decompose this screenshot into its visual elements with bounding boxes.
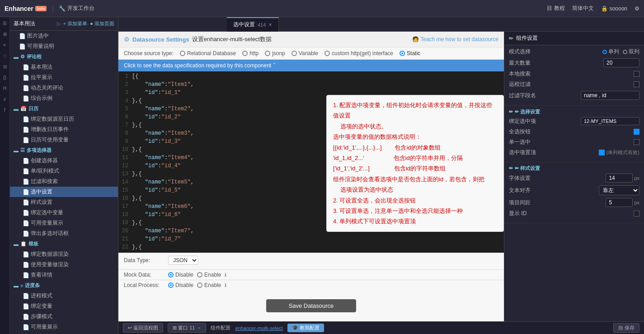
sidebar-item-edit-cal[interactable]: 📄 增删改日历事件 [10,124,118,135]
sidebar-item-combined[interactable]: 📄 综合示例 [10,93,118,103]
pencil-icon2: ✏ [509,165,513,171]
windows-btn[interactable]: ⊞ 窗口 11 → [168,323,206,333]
sidebar-item-step[interactable]: 📄 步骤模式 [10,311,118,322]
local-process-label: Local Process: [124,282,165,288]
sidebar-item-var-render[interactable]: 📄 使用变量做渲染 [10,259,118,270]
sidebar-item-process[interactable]: 📄 进程模式 [10,291,118,301]
sidebar-expand-icon[interactable]: ▷ [57,21,61,27]
sidebar-section-progress[interactable]: ▬ ≡ 进度条 [10,280,118,291]
file-icon: 📄 [23,303,29,310]
main-tab[interactable]: 选中设置 414 ✕ [227,17,279,32]
user-btn[interactable]: 🔒 soooon [601,5,627,12]
sidebar-item-col-mode[interactable]: 📄 单/双列模式 [10,166,118,176]
font-input[interactable] [606,174,633,183]
tab-close-icon[interactable]: ✕ [268,22,272,27]
bind-selected-input[interactable] [581,117,639,125]
back-to-flowchart-btn[interactable]: ↩ 返回流程图 [123,323,163,333]
list-icon[interactable]: ≡ [1,41,9,49]
local-help-icon[interactable]: ℹ [225,282,226,288]
select-all-checkbox[interactable] [634,129,639,135]
file-icon: 📄 [23,210,29,216]
sidebar-item-flat[interactable]: 📄 拉平展示 [10,72,118,83]
sidebar-section-review[interactable]: ▬ ⚙ 评论程 [10,52,118,62]
align-select[interactable]: 靠左 居中 靠右 [599,185,639,195]
sidebar-item-popup[interactable]: 📄 弹出多选对话框 [10,228,118,239]
save-datasource-button[interactable]: Save Datasource [266,299,357,312]
local-search-label: 本地搜索 [509,70,531,78]
file-icon: 📄 [23,272,29,278]
add-menu-btn[interactable]: + 添加菜单 [63,20,87,27]
expand-icon[interactable]: ⊞ [1,30,9,38]
sidebar-item-basic[interactable]: 📄 基本用法 [10,62,118,72]
sidebar-item-usage[interactable]: 📄 可用量说明 [10,41,118,52]
mock-data-label: Mock Data: [124,272,165,278]
align-label: 文本对齐 [509,187,531,194]
radio-custom[interactable]: custom http(get) interface [324,50,393,56]
show-id-checkbox[interactable] [634,211,639,216]
sidebar-item-avail-var[interactable]: 📄 可用变量展示 [10,218,118,228]
workspace-btn[interactable]: 🔧 开发工作台 [59,5,94,12]
sidebar-item-select-settings[interactable]: 📄 选中设置 [10,187,118,197]
lang-btn[interactable]: 简体中文 [572,5,594,12]
tree-icon[interactable]: ⊟ [1,62,9,71]
sidebar-section-template[interactable]: ▬ 📋 模板 [10,239,118,249]
item-gap-input[interactable] [606,198,633,207]
local-search-checkbox[interactable] [634,71,639,77]
sidebar-section-multiselect[interactable]: ▬ ☰ 多项选择器 [10,145,118,155]
data-type-select[interactable]: JSON [168,256,198,265]
component-link[interactable]: enhancer-multi-select [235,325,282,331]
section-icon: ≡ [20,283,23,288]
radio-circle-static [400,51,405,56]
sidebar-item-cal-var[interactable]: 📄 日历可使用变量 [10,135,118,145]
rp-header-title: 组件设置 [516,34,538,42]
ds-title: Datasource Settings [132,36,189,43]
http-icon[interactable]: H [1,84,9,92]
top-selected-checkbox[interactable] [599,150,605,155]
code-icon[interactable]: {} [1,73,9,81]
settings-icon-btn[interactable]: ⚙ [635,5,639,12]
save-right-btn[interactable]: 自 保存 [613,323,639,333]
sidebar-item-img[interactable]: 📄 图片选中 [10,31,118,41]
local-enable-radio[interactable]: Enable [197,282,221,288]
filter-field-label: 过滤字段名 [509,92,536,99]
sidebar-item-detail[interactable]: 📄 查看详情 [10,270,118,280]
info-banner[interactable]: Click to see the data specification requ… [118,60,504,71]
sidebar-section-calendar[interactable]: ▬ 📅 日历 [10,103,118,114]
radio-label-http: http [249,50,259,56]
radio-variable[interactable]: Variable [291,50,318,56]
mock-enable-radio[interactable]: Enable [197,272,221,278]
mock-help-icon[interactable]: ℹ [225,272,226,278]
radio-http[interactable]: http [242,50,259,56]
radio-static[interactable]: Static [400,50,420,56]
mode-double-radio[interactable]: 双列 [623,48,639,56]
sidebar-item-filter[interactable]: 📄 过滤和搜索 [10,176,118,187]
sidebar-item-avail-show[interactable]: 📄 可用量展示 [10,322,118,332]
tutorial-btn[interactable]: 目 教程 [547,5,564,12]
sidebar-item-bind-ds[interactable]: 📄 绑定数据源渲染 [10,249,118,259]
single-select-checkbox[interactable] [634,139,639,145]
teach-me-btn[interactable]: 🧑 Teach me how to set datasource [412,36,498,42]
radio-jsonp[interactable]: jsonp [265,50,285,56]
sidebar-section-richtext[interactable]: ▬ T 富文本 [10,332,118,334]
sidebar-item-create[interactable]: 📄 创建选择器 [10,155,118,166]
max-input[interactable] [603,58,639,67]
sidebar-toggle-icon[interactable]: ☰ [1,19,9,27]
local-disable-radio[interactable]: Disable [168,282,193,288]
style-settings-label: ✏ 样式设置 [515,165,540,172]
mock-disable-radio[interactable]: Disable [168,272,193,278]
box-icon[interactable]: □ [1,52,9,60]
sidebar-item-dynamic[interactable]: 📄 动态关闭评论 [10,83,118,93]
add-page-btn[interactable]: ● 添加页面 [90,20,114,27]
sidebar-item-bind-var[interactable]: 📄 绑定选中变量 [10,207,118,218]
var-icon[interactable]: x [1,95,9,103]
sidebar-item-label: 步骤模式 [31,313,52,320]
sidebar-item-bind-var2[interactable]: 📄 绑定变量 [10,301,118,311]
sidebar-item-bind-cal[interactable]: 📄 绑定数据源至日历 [10,114,118,124]
sidebar-item-style[interactable]: 📄 样式设置 [10,197,118,207]
remote-filter-checkbox[interactable] [634,81,639,87]
mode-single-radio[interactable]: 单列 [602,48,619,56]
func-icon[interactable]: f [1,106,9,114]
radio-relational[interactable]: Relational Database [180,50,236,56]
filter-field-input[interactable] [581,91,639,100]
teach-config-btn[interactable]: 🎓 教我配置 [287,324,324,332]
